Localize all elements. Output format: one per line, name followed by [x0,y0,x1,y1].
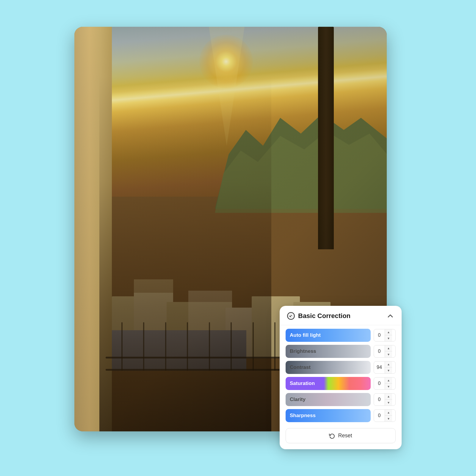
contrast-increment[interactable]: ▲ [385,361,392,367]
panel-header-left: Basic Correction [287,312,350,320]
brightness-increment[interactable]: ▲ [385,345,392,351]
auto-fill-light-value: 0 [374,331,385,339]
brightness-slider[interactable]: Brightness [286,345,371,358]
auto-fill-light-value-group: 0 ▲ ▼ [374,329,396,342]
reset-icon [329,433,335,439]
reset-button[interactable]: Reset [286,428,396,443]
clarity-stepper: ▲ ▼ [385,394,392,405]
saturation-value-group: 0 ▲ ▼ [374,377,396,390]
correction-icon [287,312,295,320]
brightness-value-group: 0 ▲ ▼ [374,345,396,358]
brightness-decrement[interactable]: ▼ [385,351,392,357]
auto-fill-light-stepper: ▲ ▼ [385,329,392,341]
sharpness-stepper: ▲ ▼ [385,410,392,422]
brightness-value: 0 [374,347,385,355]
brightness-row: Brightness 0 ▲ ▼ [286,345,396,358]
clarity-slider[interactable]: Clarity [286,393,371,406]
saturation-increment[interactable]: ▲ [385,378,392,383]
brightness-stepper: ▲ ▼ [385,345,392,357]
clarity-decrement[interactable]: ▼ [385,400,392,405]
saturation-slider[interactable]: Saturation [286,377,371,390]
sharpness-row: Sharpness 0 ▲ ▼ [286,409,396,422]
collapse-button[interactable] [386,312,394,320]
panel-header: Basic Correction [280,306,402,325]
panel-title: Basic Correction [298,312,350,320]
sharpness-value-group: 0 ▲ ▼ [374,409,396,422]
sharpness-increment[interactable]: ▲ [385,410,392,416]
saturation-value: 0 [374,380,385,387]
contrast-value-group: 94 ▲ ▼ [374,361,396,374]
contrast-slider[interactable]: Contrast [286,361,371,374]
saturation-label: Saturation [290,381,315,386]
contrast-row: Contrast 94 ▲ ▼ [286,361,396,374]
sharpness-label: Sharpness [290,413,316,419]
clarity-label: Clarity [290,397,306,403]
contrast-decrement[interactable]: ▼ [385,367,392,373]
controls-list: Auto fill light 0 ▲ ▼ Brightness 0 [280,325,402,426]
clarity-value-group: 0 ▲ ▼ [374,393,396,406]
contrast-stepper: ▲ ▼ [385,361,392,373]
auto-fill-light-decrement[interactable]: ▼ [385,335,392,341]
contrast-label: Contrast [290,364,311,370]
contrast-value: 94 [374,364,385,371]
auto-fill-light-slider[interactable]: Auto fill light [286,329,371,342]
basic-correction-panel: Basic Correction Auto fill light 0 ▲ ▼ [280,306,402,449]
sharpness-decrement[interactable]: ▼ [385,416,392,422]
sharpness-slider[interactable]: Sharpness [286,409,371,422]
sharpness-value: 0 [374,412,385,419]
auto-fill-light-increment[interactable]: ▲ [385,329,392,335]
reset-label: Reset [338,433,352,439]
saturation-row: Saturation 0 ▲ ▼ [286,377,396,390]
main-container: Basic Correction Auto fill light 0 ▲ ▼ [74,27,402,449]
brightness-label: Brightness [290,348,316,354]
auto-fill-light-label: Auto fill light [290,332,321,338]
auto-fill-light-row: Auto fill light 0 ▲ ▼ [286,329,396,342]
clarity-value: 0 [374,396,385,403]
saturation-stepper: ▲ ▼ [385,378,392,389]
clarity-increment[interactable]: ▲ [385,394,392,400]
saturation-decrement[interactable]: ▼ [385,383,392,389]
clarity-row: Clarity 0 ▲ ▼ [286,393,396,406]
